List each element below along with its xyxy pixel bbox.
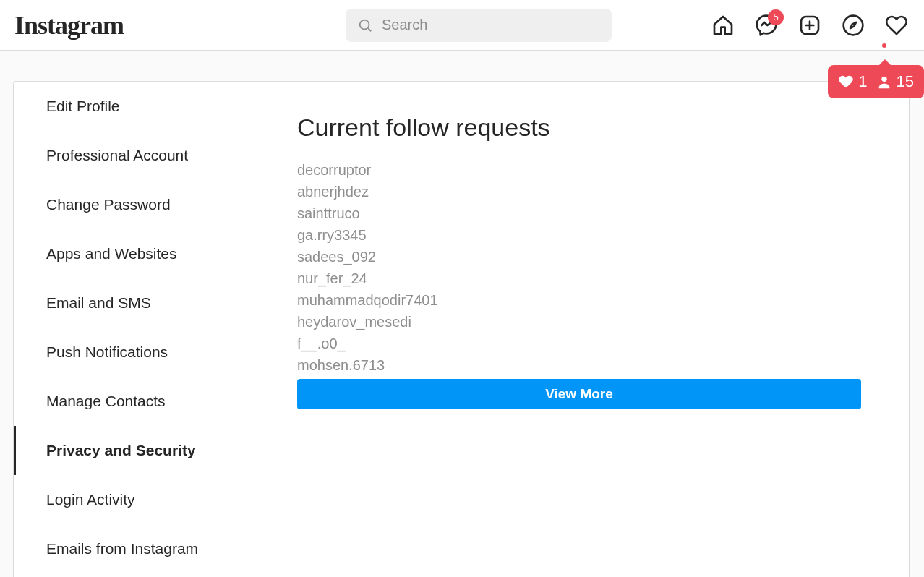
- follow-request-item[interactable]: abnerjhdez: [297, 181, 861, 202]
- sidebar-item-push-notifications[interactable]: Push Notifications: [14, 328, 249, 377]
- follow-request-item[interactable]: muhammadqodir7401: [297, 289, 861, 311]
- top-navigation: Instagram 5: [0, 0, 924, 51]
- settings-nav-list: Edit ProfileProfessional AccountChange P…: [14, 82, 249, 573]
- svg-point-0: [360, 20, 369, 29]
- activity-likes: 1: [838, 72, 867, 91]
- follow-request-item[interactable]: ga.rry3345: [297, 224, 861, 246]
- follow-request-list: decorruptorabnerjhdezsainttrucoga.rry334…: [297, 159, 861, 376]
- sidebar-item-apps-and-websites[interactable]: Apps and Websites: [14, 229, 249, 278]
- messenger-badge: 5: [768, 9, 784, 25]
- search-container[interactable]: [346, 9, 612, 42]
- follow-request-item[interactable]: sainttruco: [297, 202, 861, 224]
- search-input[interactable]: [382, 17, 600, 33]
- sidebar-item-email-and-sms[interactable]: Email and SMS: [14, 278, 249, 328]
- activity-indicator-dot: [882, 43, 886, 48]
- sidebar-item-professional-account[interactable]: Professional Account: [14, 131, 249, 180]
- person-filled-icon: [876, 74, 892, 90]
- follow-request-item[interactable]: decorruptor: [297, 159, 861, 181]
- home-icon[interactable]: [711, 14, 735, 37]
- follow-request-item[interactable]: nur_fer_24: [297, 268, 861, 289]
- settings-sidebar: Edit ProfileProfessional AccountChange P…: [14, 82, 249, 577]
- activity-follows-count: 15: [897, 72, 914, 91]
- activity-icon[interactable]: [885, 14, 908, 37]
- svg-marker-6: [850, 22, 856, 28]
- follow-request-item[interactable]: sadees_092: [297, 246, 861, 268]
- sidebar-item-edit-profile[interactable]: Edit Profile: [14, 82, 249, 131]
- svg-line-1: [368, 28, 371, 31]
- new-post-icon[interactable]: [798, 14, 821, 37]
- activity-follows: 15: [876, 72, 914, 91]
- search-icon: [357, 17, 373, 33]
- activity-popover[interactable]: 1 15: [828, 65, 924, 98]
- settings-card: Edit ProfileProfessional AccountChange P…: [13, 81, 910, 577]
- svg-point-5: [844, 15, 863, 35]
- settings-main: Current follow requests decorruptorabner…: [249, 82, 909, 577]
- heart-filled-icon: [838, 74, 854, 90]
- sidebar-item-emails-from-instagram[interactable]: Emails from Instagram: [14, 524, 249, 573]
- sidebar-item-privacy-and-security[interactable]: Privacy and Security: [14, 426, 249, 475]
- sidebar-item-manage-contacts[interactable]: Manage Contacts: [14, 377, 249, 426]
- page-title: Current follow requests: [297, 114, 861, 142]
- svg-point-7: [881, 77, 886, 82]
- brand-logo[interactable]: Instagram: [14, 10, 124, 40]
- sidebar-item-change-password[interactable]: Change Password: [14, 180, 249, 229]
- messenger-icon[interactable]: 5: [755, 14, 778, 37]
- sidebar-item-login-activity[interactable]: Login Activity: [14, 475, 249, 524]
- activity-likes-count: 1: [858, 72, 867, 91]
- view-more-button[interactable]: View More: [297, 379, 861, 409]
- follow-request-item[interactable]: heydarov_mesedi: [297, 311, 861, 333]
- nav-icons-group: 5: [711, 14, 908, 37]
- follow-request-item[interactable]: f__.o0_: [297, 333, 861, 354]
- follow-request-item[interactable]: mohsen.6713: [297, 354, 861, 376]
- explore-icon[interactable]: [842, 14, 865, 37]
